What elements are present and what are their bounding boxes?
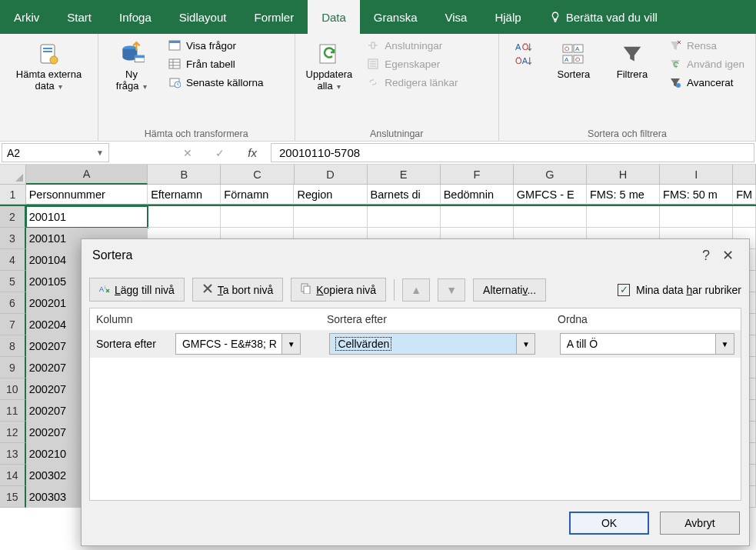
get-external-data-button[interactable]: Hämta externa data xyxy=(12,37,86,95)
tab-hjalp[interactable]: Hjälp xyxy=(481,0,535,34)
tab-sidlayout[interactable]: Sidlayout xyxy=(165,0,241,34)
svg-text:A: A xyxy=(575,45,580,52)
tab-formler[interactable]: Formler xyxy=(240,0,308,34)
row-header[interactable]: 4 xyxy=(0,249,26,271)
move-up-button[interactable]: ▲ xyxy=(402,278,430,302)
header-cell[interactable]: Förnamn xyxy=(221,185,294,205)
new-query-button[interactable]: Ny fråga xyxy=(105,37,158,95)
enter-icon[interactable]: ✓ xyxy=(215,147,225,159)
row-header[interactable]: 13 xyxy=(0,443,26,465)
remove-level-button[interactable]: Ta bort nivå xyxy=(192,278,283,302)
header-cell[interactable]: Bedömnin xyxy=(441,185,514,205)
row-header[interactable]: 2 xyxy=(0,206,26,228)
has-headers-checkbox[interactable]: ✓ Mina data har rubriker xyxy=(618,284,741,296)
add-level-button[interactable]: A↓ Lägg till nivå xyxy=(89,278,185,302)
column-header[interactable]: I xyxy=(660,165,733,185)
row-header[interactable]: 14 xyxy=(0,465,26,486)
row-header[interactable]: 6 xyxy=(0,292,26,314)
column-header[interactable]: B xyxy=(148,165,221,185)
header-cell[interactable]: Barnets di xyxy=(368,185,441,205)
sort-button[interactable]: ÖAAÖ Sortera xyxy=(547,37,601,84)
dialog-close-button[interactable]: ✕ xyxy=(717,247,738,264)
tab-arkiv[interactable]: Arkiv xyxy=(0,0,53,34)
cell[interactable] xyxy=(587,206,660,228)
group-label xyxy=(6,138,92,139)
row-header[interactable]: 12 xyxy=(0,422,26,443)
sort-order-select[interactable]: A till Ö ▼ xyxy=(560,333,734,355)
ok-button[interactable]: OK xyxy=(569,512,649,535)
cell[interactable] xyxy=(294,206,367,228)
properties-button[interactable]: Egenskaper xyxy=(361,55,462,72)
svg-point-32 xyxy=(676,83,681,88)
tell-me[interactable]: Berätta vad du vill xyxy=(535,0,671,34)
row-header[interactable]: 7 xyxy=(0,314,26,335)
row-header[interactable]: 11 xyxy=(0,400,26,422)
select-all-corner[interactable] xyxy=(0,165,26,185)
column-header[interactable] xyxy=(733,165,756,185)
svg-rect-1 xyxy=(43,48,52,49)
tab-data[interactable]: Data xyxy=(308,0,360,34)
formula-bar-icons: ✕ ✓ fx xyxy=(109,142,271,164)
header-cell[interactable]: FMS: 50 m xyxy=(660,185,733,205)
reapply-button[interactable]: Använd igen xyxy=(664,55,749,72)
chevron-down-icon[interactable]: ▼ xyxy=(96,148,104,157)
dlg-col-header-column: Kolumn xyxy=(96,313,327,325)
tab-granska[interactable]: Granska xyxy=(360,0,431,34)
tab-visa[interactable]: Visa xyxy=(431,0,481,34)
header-cell[interactable]: GMFCS - E xyxy=(514,185,587,205)
tab-start[interactable]: Start xyxy=(53,0,105,34)
column-header[interactable]: C xyxy=(221,165,294,185)
from-table-button[interactable]: Från tabell xyxy=(163,55,268,72)
cancel-icon[interactable]: ✕ xyxy=(183,147,192,159)
advanced-button[interactable]: Avancerat xyxy=(664,74,749,91)
column-header[interactable]: H xyxy=(587,165,660,185)
cell[interactable] xyxy=(733,206,756,228)
move-down-button[interactable]: ▼ xyxy=(438,278,465,302)
row-header[interactable]: 15 xyxy=(0,486,26,508)
sort-on-select[interactable]: Cellvärden ▼ xyxy=(329,333,535,355)
refresh-all-button[interactable]: Uppdatera alla xyxy=(301,37,358,95)
header-cell[interactable]: Region xyxy=(294,185,367,205)
name-box[interactable]: A2 ▼ xyxy=(2,143,109,162)
cell[interactable]: 200101 xyxy=(26,206,148,228)
column-header[interactable]: G xyxy=(514,165,587,185)
row-header[interactable]: 5 xyxy=(0,271,26,292)
row-header[interactable]: 1 xyxy=(0,185,26,205)
row-header[interactable]: 3 xyxy=(0,228,26,249)
row-header[interactable]: 9 xyxy=(0,357,26,378)
show-queries-button[interactable]: Visa frågor xyxy=(163,37,268,54)
cell[interactable] xyxy=(514,206,587,228)
chevron-up-icon: ▲ xyxy=(411,284,421,296)
column-header[interactable]: D xyxy=(295,165,368,185)
clear-button[interactable]: Rensa xyxy=(664,37,749,54)
row-header[interactable]: 8 xyxy=(0,335,26,357)
sort-column-select[interactable]: GMFCS - E&#38; R ▼ xyxy=(175,333,301,355)
options-button[interactable]: Alternativ... xyxy=(473,278,546,302)
header-cell[interactable]: Efternamn xyxy=(148,185,221,205)
recent-sources-button[interactable]: Senaste källorna xyxy=(163,74,268,91)
cell[interactable] xyxy=(221,206,294,228)
column-header[interactable]: F xyxy=(441,165,514,185)
cell[interactable] xyxy=(441,206,514,228)
cell[interactable] xyxy=(660,206,733,228)
column-header[interactable]: A xyxy=(26,165,148,185)
formula-input[interactable]: 20010110-5708 xyxy=(271,143,754,162)
fx-icon[interactable]: fx xyxy=(248,146,257,159)
header-cell[interactable]: FM xyxy=(733,185,756,205)
header-cell[interactable]: FMS: 5 me xyxy=(587,185,660,205)
cell[interactable] xyxy=(368,206,441,228)
column-header[interactable]: E xyxy=(368,165,441,185)
dialog-help-button[interactable]: ? xyxy=(695,248,717,264)
cancel-button[interactable]: Avbryt xyxy=(660,512,740,535)
cell[interactable] xyxy=(148,206,221,228)
tell-me-label: Berätta vad du vill xyxy=(566,11,658,24)
properties-icon xyxy=(366,57,380,71)
sort-az-button[interactable]: AÖ ÖA xyxy=(505,37,542,72)
row-header[interactable]: 10 xyxy=(0,378,26,400)
header-cell[interactable]: Personnummer xyxy=(26,185,148,205)
copy-level-button[interactable]: Kopiera nivå xyxy=(291,278,386,302)
filter-button[interactable]: Filtrera xyxy=(605,37,659,84)
tab-infoga[interactable]: Infoga xyxy=(105,0,165,34)
edit-links-button[interactable]: Redigera länkar xyxy=(361,74,462,91)
connections-button[interactable]: Anslutningar xyxy=(361,37,462,54)
